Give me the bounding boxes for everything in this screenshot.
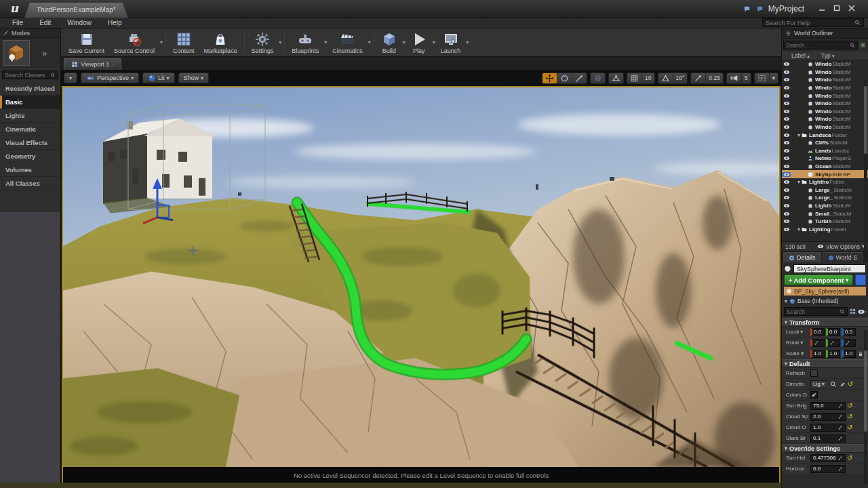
axis-value-field[interactable] — [842, 339, 856, 347]
expand-modes-chevron-icon[interactable]: » — [42, 48, 47, 58]
number-field[interactable]: 2.0 — [810, 413, 846, 421]
outliner-row-cliffs[interactable]: CliffsStaticM — [782, 139, 868, 147]
property-matrix-icon[interactable] — [849, 308, 856, 315]
reset-to-default-icon[interactable]: ↺ — [847, 454, 852, 462]
viewport-scene[interactable] — [63, 87, 779, 467]
outliner-row-skysp[interactable]: SkySpEdit BP — [782, 170, 868, 178]
maximize-button[interactable] — [830, 3, 844, 14]
toolbar-button-cinematics[interactable]: Cinematics — [328, 30, 368, 55]
search-classes-input[interactable]: Search Classes — [2, 70, 58, 79]
visibility-eye-icon[interactable] — [782, 109, 791, 114]
sidebar-item-lights[interactable]: Lights — [0, 109, 60, 123]
toolbar-button-play[interactable]: Play — [406, 30, 432, 55]
axis-value-field[interactable]: 0.0 — [826, 328, 840, 336]
outliner-search-input[interactable]: Search... — [783, 41, 858, 49]
toolbar-button-source-control[interactable]: Source Control — [109, 30, 159, 55]
visibility-eye-icon[interactable] — [782, 70, 791, 75]
dropdown-caret-icon[interactable]: ▾ — [279, 39, 281, 45]
expander-arrow-icon[interactable]: ▾ — [797, 132, 800, 138]
reset-to-default-icon[interactable]: ↺ — [847, 413, 852, 420]
visibility-eye-icon[interactable] — [782, 85, 791, 90]
toolbar-button-content[interactable]: Content — [168, 30, 199, 55]
edit-blueprint-button[interactable] — [855, 274, 866, 285]
menu-item-file[interactable]: File — [5, 18, 30, 27]
viewport-tab[interactable]: Viewport 1 ◦ — [64, 58, 121, 70]
visibility-eye-icon[interactable] — [782, 164, 791, 169]
component-self-row[interactable]: BP_Sky_Sphere(self) — [784, 287, 866, 296]
reset-to-default-icon[interactable]: ↺ — [848, 380, 853, 388]
visibility-eye-icon[interactable] — [782, 180, 791, 184]
pin-icon[interactable]: ◦ — [112, 62, 114, 68]
viewport-layout-caret[interactable]: ▾ — [769, 73, 778, 83]
menu-item-help[interactable]: Help — [101, 18, 129, 27]
visibility-eye-icon[interactable] — [782, 172, 791, 177]
base-inherited-row[interactable]: ▾ Base (Inherited) — [784, 297, 866, 305]
world-outliner-tab[interactable]: World Outliner — [782, 28, 868, 39]
scale-snap-value[interactable]: 0.25 — [705, 73, 723, 83]
axis-value-field[interactable] — [810, 339, 825, 347]
sidebar-item-volumes[interactable]: Volumes — [0, 163, 60, 177]
axis-value-field[interactable]: 1.0 — [810, 350, 825, 358]
visibility-eye-icon[interactable] — [782, 188, 791, 192]
view-options-button[interactable]: View Options▾ — [817, 243, 865, 250]
sidebar-item-cinematic[interactable]: Cinematic — [0, 123, 60, 136]
place-mode-button[interactable] — [3, 40, 30, 66]
visibility-eye-icon[interactable] — [782, 156, 791, 161]
checkbox[interactable] — [810, 369, 818, 377]
eyedropper-icon[interactable] — [840, 381, 846, 388]
menu-item-window[interactable]: Window — [60, 18, 98, 27]
visibility-eye-icon[interactable] — [782, 211, 791, 216]
surface-snap-toggle[interactable] — [609, 73, 623, 83]
camera-speed-button[interactable] — [727, 73, 741, 83]
axis-value-field[interactable] — [826, 339, 840, 347]
outliner-row-lighth[interactable]: LighthStaticM — [782, 202, 868, 210]
add-filter-icon[interactable] — [859, 41, 867, 49]
section-header-override-settings[interactable]: ▾Override Settings — [782, 444, 868, 453]
outliner-row-landsca[interactable]: ▾LandscaFolder — [782, 131, 868, 139]
browse-icon[interactable] — [830, 381, 837, 388]
axis-value-field[interactable]: 0.0 — [810, 328, 825, 336]
visibility-eye-icon[interactable] — [782, 101, 791, 106]
toolbar-button-save-current[interactable]: Save Current — [64, 30, 109, 55]
outliner-row-lands[interactable]: LandsLandsc — [782, 147, 868, 155]
outliner-row-lightho[interactable]: ▾LighthoFolder — [782, 178, 868, 186]
visibility-eye-icon[interactable] — [782, 62, 791, 66]
outliner-row-windo[interactable]: WindoStaticM — [782, 108, 868, 116]
number-field[interactable]: 0.1 — [810, 434, 846, 443]
visibility-eye-icon[interactable] — [782, 195, 791, 200]
axis-value-field[interactable]: 0.0 — [842, 328, 856, 336]
outliner-row-windo[interactable]: WindoStaticM — [782, 92, 868, 100]
menu-item-edit[interactable]: Edit — [33, 18, 58, 27]
reset-to-default-icon[interactable]: ↺ — [847, 402, 852, 409]
outliner-row-small_[interactable]: Small_StaticM — [782, 209, 868, 218]
outliner-row-windo[interactable]: WindoStaticM — [782, 68, 868, 77]
expander-arrow-icon[interactable]: ▾ — [797, 179, 800, 185]
outliner-row-windo[interactable]: WindoStaticM — [782, 76, 868, 84]
visibility-eye-icon[interactable] — [782, 133, 791, 138]
visibility-eye-icon[interactable] — [782, 94, 791, 98]
rotate-tool[interactable] — [557, 73, 572, 83]
toolbar-button-blueprints[interactable]: Blueprints — [287, 30, 323, 55]
details-scrollbar[interactable] — [864, 330, 867, 484]
outliner-row-netwo[interactable]: NetwoPlayerS — [782, 155, 868, 163]
maximize-viewport-button[interactable] — [755, 73, 769, 83]
toolbar-button-build[interactable]: Build — [376, 30, 402, 55]
level-tab[interactable]: ThirdPersonExampleMap* — [24, 3, 128, 18]
section-header-default[interactable]: ▾Default — [782, 359, 868, 368]
outliner-scrollbar[interactable] — [864, 81, 867, 252]
outliner-row-windo[interactable]: WindoStaticM — [782, 115, 868, 123]
dropdown-caret-icon[interactable]: ▾ — [368, 39, 371, 45]
world-local-toggle[interactable] — [591, 73, 605, 83]
actor-name-field[interactable]: SkySphereBlueprint — [793, 264, 866, 273]
sidebar-item-basic[interactable]: Basic — [0, 96, 60, 109]
rotation-snap-value[interactable]: 10° — [673, 73, 688, 83]
dropdown-select[interactable]: Lig▾ — [810, 380, 827, 388]
outliner-row-turbin[interactable]: TurbinStaticM — [782, 218, 868, 226]
dropdown-caret-icon[interactable]: ▾ — [160, 39, 163, 45]
checkbox[interactable]: ✔ — [810, 391, 818, 399]
outliner-row-windo[interactable]: WindoStaticM — [782, 84, 868, 92]
lit-mode-button[interactable]: Lit▾ — [142, 73, 175, 83]
dropdown-caret-icon[interactable]: ▾ — [466, 39, 469, 45]
scale-snap-toggle[interactable] — [691, 73, 705, 83]
tab-details[interactable]: Details — [783, 252, 821, 262]
